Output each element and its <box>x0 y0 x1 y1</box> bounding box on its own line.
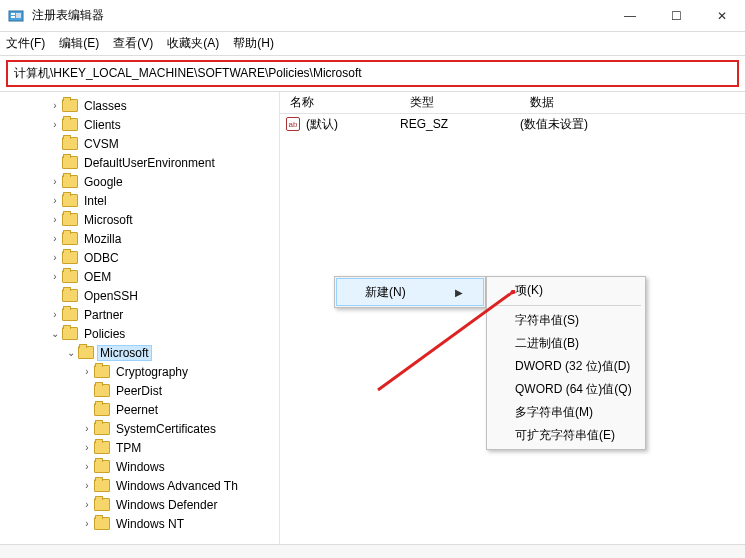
menu-item-new[interactable]: 新建(N) ▶ <box>337 279 483 305</box>
tree-item[interactable]: ›Clients <box>0 115 279 134</box>
tree-item[interactable]: ›Mozilla <box>0 229 279 248</box>
tree-item[interactable]: ›Google <box>0 172 279 191</box>
expand-icon[interactable]: ⌄ <box>48 328 62 339</box>
tree-item-label: Partner <box>82 308 125 322</box>
titlebar: 注册表编辑器 — ☐ ✕ <box>0 0 745 32</box>
value-data: (数值未设置) <box>520 116 745 133</box>
expand-icon[interactable]: › <box>80 499 94 510</box>
tree-item-label: Google <box>82 175 125 189</box>
tree-item[interactable]: CVSM <box>0 134 279 153</box>
tree-item-label: Microsoft <box>82 213 135 227</box>
tree-item-label: Windows Defender <box>114 498 219 512</box>
folder-icon <box>62 156 78 169</box>
expand-icon[interactable]: › <box>48 214 62 225</box>
minimize-button[interactable]: — <box>607 0 653 31</box>
tree-item[interactable]: ›Partner <box>0 305 279 324</box>
header-data[interactable]: 数据 <box>520 94 745 111</box>
value-type: REG_SZ <box>400 117 520 131</box>
tree-item-label: Classes <box>82 99 129 113</box>
folder-icon <box>62 327 78 340</box>
tree-item-label: DefaultUserEnvironment <box>82 156 217 170</box>
menubar: 文件(F)编辑(E)查看(V)收藏夹(A)帮助(H) <box>0 32 745 56</box>
expand-icon[interactable]: ⌄ <box>64 347 78 358</box>
tree-item-label: PeerDist <box>114 384 164 398</box>
address-bar[interactable]: 计算机\HKEY_LOCAL_MACHINE\SOFTWARE\Policies… <box>6 60 739 87</box>
folder-icon <box>78 346 94 359</box>
submenu-item[interactable]: DWORD (32 位)值(D) <box>489 355 643 378</box>
tree-item[interactable]: Peernet <box>0 400 279 419</box>
folder-icon <box>62 232 78 245</box>
folder-icon <box>62 289 78 302</box>
expand-icon[interactable]: › <box>48 309 62 320</box>
expand-icon[interactable]: › <box>48 119 62 130</box>
statusbar <box>0 544 745 558</box>
submenu-item[interactable]: 二进制值(B) <box>489 332 643 355</box>
value-name: (默认) <box>306 116 338 133</box>
close-button[interactable]: ✕ <box>699 0 745 31</box>
tree-item[interactable]: PeerDist <box>0 381 279 400</box>
tree-item[interactable]: OpenSSH <box>0 286 279 305</box>
tree-item[interactable]: ›TPM <box>0 438 279 457</box>
tree-item[interactable]: ›Windows NT <box>0 514 279 533</box>
expand-icon[interactable]: › <box>48 195 62 206</box>
submenu-item[interactable]: 字符串值(S) <box>489 309 643 332</box>
submenu-arrow-icon: ▶ <box>455 287 463 298</box>
context-submenu-new: 项(K)字符串值(S)二进制值(B)DWORD (32 位)值(D)QWORD … <box>486 276 646 450</box>
submenu-item[interactable]: QWORD (64 位)值(Q) <box>489 378 643 401</box>
tree-item[interactable]: ›OEM <box>0 267 279 286</box>
registry-tree[interactable]: ›Classes›ClientsCVSMDefaultUserEnvironme… <box>0 92 280 549</box>
folder-icon <box>62 194 78 207</box>
list-row[interactable]: ab(默认)REG_SZ(数值未设置) <box>280 114 745 134</box>
folder-icon <box>62 213 78 226</box>
maximize-button[interactable]: ☐ <box>653 0 699 31</box>
folder-icon <box>94 479 110 492</box>
tree-item[interactable]: ›Intel <box>0 191 279 210</box>
expand-icon[interactable]: › <box>80 518 94 529</box>
context-menu-new: 新建(N) ▶ <box>334 276 486 308</box>
menu-帮助(H)[interactable]: 帮助(H) <box>233 35 274 52</box>
tree-item-label: CVSM <box>82 137 121 151</box>
tree-item[interactable]: ›Windows Defender <box>0 495 279 514</box>
menu-编辑(E)[interactable]: 编辑(E) <box>59 35 99 52</box>
expand-icon[interactable]: › <box>48 233 62 244</box>
tree-item-label: ODBC <box>82 251 121 265</box>
tree-item[interactable]: ›ODBC <box>0 248 279 267</box>
folder-icon <box>94 403 110 416</box>
tree-item-label: Policies <box>82 327 127 341</box>
tree-item[interactable]: DefaultUserEnvironment <box>0 153 279 172</box>
folder-icon <box>62 137 78 150</box>
submenu-item[interactable]: 可扩充字符串值(E) <box>489 424 643 447</box>
tree-item-label: Clients <box>82 118 123 132</box>
expand-icon[interactable]: › <box>48 271 62 282</box>
tree-item[interactable]: ›Windows Advanced Th <box>0 476 279 495</box>
tree-item[interactable]: ›SystemCertificates <box>0 419 279 438</box>
tree-item[interactable]: ⌄Policies <box>0 324 279 343</box>
expand-icon[interactable]: › <box>48 100 62 111</box>
submenu-item[interactable]: 多字符串值(M) <box>489 401 643 424</box>
folder-icon <box>94 365 110 378</box>
submenu-item[interactable]: 项(K) <box>489 279 643 302</box>
expand-icon[interactable]: › <box>80 461 94 472</box>
regedit-icon <box>8 8 24 24</box>
menu-item-label: 新建(N) <box>365 284 406 301</box>
expand-icon[interactable]: › <box>80 442 94 453</box>
tree-item[interactable]: ›Microsoft <box>0 210 279 229</box>
tree-item[interactable]: ›Cryptography <box>0 362 279 381</box>
expand-icon[interactable]: › <box>48 176 62 187</box>
tree-item-label: OEM <box>82 270 113 284</box>
header-name[interactable]: 名称 <box>280 94 400 111</box>
tree-item[interactable]: ⌄Microsoft <box>0 343 279 362</box>
expand-icon[interactable]: › <box>80 480 94 491</box>
menu-文件(F)[interactable]: 文件(F) <box>6 35 45 52</box>
tree-item[interactable]: ›Classes <box>0 96 279 115</box>
expand-icon[interactable]: › <box>80 366 94 377</box>
tree-item-label: Intel <box>82 194 109 208</box>
folder-icon <box>62 251 78 264</box>
menu-收藏夹(A)[interactable]: 收藏夹(A) <box>167 35 219 52</box>
tree-item[interactable]: ›Windows <box>0 457 279 476</box>
menu-查看(V)[interactable]: 查看(V) <box>113 35 153 52</box>
expand-icon[interactable]: › <box>48 252 62 263</box>
expand-icon[interactable]: › <box>80 423 94 434</box>
tree-item-label: Windows NT <box>114 517 186 531</box>
header-type[interactable]: 类型 <box>400 94 520 111</box>
